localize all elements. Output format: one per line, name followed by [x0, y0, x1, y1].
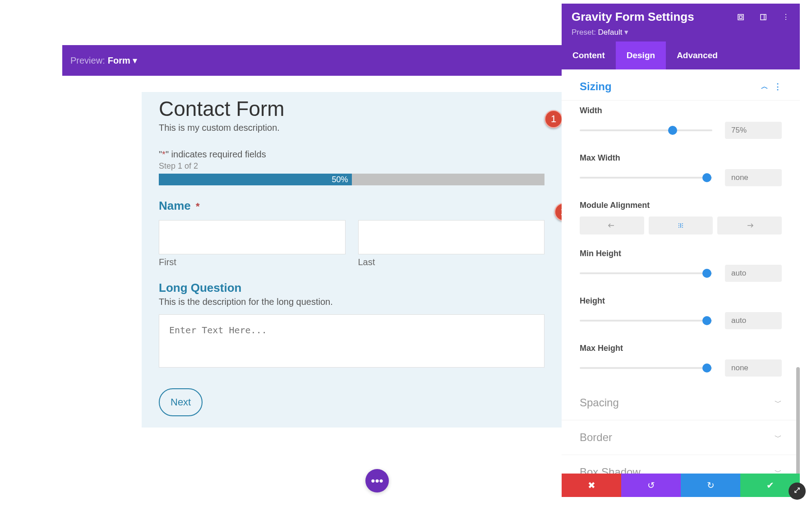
tab-design[interactable]: Design — [616, 41, 666, 69]
min-height-slider[interactable] — [580, 272, 712, 274]
slider-thumb[interactable] — [702, 316, 711, 325]
max-width-value-input[interactable] — [725, 169, 782, 186]
settings-sidebar: Gravity Form Settings ⋮ Preset: Default … — [562, 4, 800, 497]
svg-rect-1 — [739, 16, 742, 18]
resize-fab[interactable] — [789, 483, 806, 500]
resize-icon — [794, 487, 801, 496]
width-value-input[interactable] — [725, 122, 782, 139]
long-question-description: This is the description for the long que… — [159, 297, 544, 307]
slider-thumb[interactable] — [702, 173, 711, 182]
chevron-down-icon: ﹀ — [775, 433, 782, 442]
check-icon: ✔ — [766, 480, 774, 491]
progress-bar: 50% — [159, 174, 544, 185]
max-height-label: Max Height — [580, 344, 782, 353]
close-icon: ✖ — [588, 480, 595, 491]
align-center-button[interactable] — [649, 216, 713, 235]
section-sizing[interactable]: Sizing ︿ ⋮ — [562, 69, 800, 101]
progress-percent: 50% — [332, 175, 348, 184]
form-title: Contact Form — [159, 97, 544, 121]
panel-icon[interactable] — [759, 13, 767, 21]
bottom-actions: ✖ ↺ ↻ ✔ — [562, 474, 800, 497]
preview-label: Preview: — [70, 55, 105, 66]
max-width-slider[interactable] — [580, 177, 712, 179]
svg-rect-2 — [761, 14, 766, 20]
preset-line[interactable]: Preset: Default ▾ — [572, 28, 790, 37]
preview-value[interactable]: Form — [108, 55, 130, 66]
chevron-down-icon: ▾ — [624, 28, 628, 37]
width-label: Width — [580, 106, 782, 115]
svg-rect-0 — [738, 14, 743, 20]
tab-content[interactable]: Content — [562, 41, 616, 69]
form-panel: Contact Form This is my custom descripti… — [142, 92, 562, 428]
cancel-button[interactable]: ✖ — [562, 474, 621, 497]
chevron-down-icon: ﹀ — [775, 398, 782, 408]
more-vertical-icon[interactable]: ⋮ — [782, 13, 790, 21]
tab-advanced[interactable]: Advanced — [666, 41, 729, 69]
section-spacing[interactable]: Spacing ﹀ — [562, 386, 800, 420]
first-name-sublabel: First — [159, 257, 346, 267]
height-label: Height — [580, 296, 782, 306]
width-slider[interactable] — [580, 129, 712, 131]
long-question-input[interactable] — [159, 314, 544, 368]
min-height-label: Min Height — [580, 249, 782, 258]
svg-line-9 — [795, 488, 799, 492]
tabs-row: Content Design Advanced — [562, 41, 800, 69]
max-height-slider[interactable] — [580, 367, 712, 369]
chevron-up-icon: ︿ — [761, 82, 768, 92]
slider-thumb[interactable] — [702, 269, 711, 278]
panel-body: Sizing ︿ ⋮ Width Max Width — [562, 69, 800, 474]
first-name-input[interactable] — [159, 220, 346, 254]
required-asterisk: * — [196, 201, 200, 212]
redo-button[interactable]: ↻ — [681, 474, 740, 497]
required-field-note: "*" indicates required fields — [159, 149, 544, 160]
section-border[interactable]: Border ﹀ — [562, 420, 800, 455]
height-value-input[interactable] — [725, 312, 782, 329]
form-description: This is my custom description. — [159, 123, 544, 133]
chevron-down-icon: ﹀ — [775, 468, 782, 474]
long-question-label: Long Question — [159, 281, 544, 295]
chevron-down-icon[interactable]: ▾ — [133, 55, 137, 66]
expand-icon[interactable] — [737, 13, 745, 21]
module-alignment-label: Module Alignment — [580, 201, 782, 210]
next-button[interactable]: Next — [159, 388, 203, 416]
required-asterisk: * — [162, 149, 166, 159]
slider-thumb[interactable] — [702, 363, 711, 373]
name-field-label: Name * — [159, 199, 544, 213]
sidebar-header: Gravity Form Settings ⋮ Preset: Default … — [562, 4, 800, 41]
scrollbar[interactable] — [796, 367, 800, 474]
sidebar-title: Gravity Form Settings — [572, 10, 694, 24]
align-left-button[interactable] — [580, 216, 644, 235]
more-vertical-icon[interactable]: ⋮ — [774, 82, 782, 92]
redo-icon: ↻ — [707, 480, 715, 491]
min-height-value-input[interactable] — [725, 265, 782, 282]
last-name-sublabel: Last — [358, 257, 545, 267]
height-slider[interactable] — [580, 320, 712, 322]
more-horizontal-icon: ••• — [371, 474, 383, 488]
undo-button[interactable]: ↺ — [621, 474, 681, 497]
section-box-shadow[interactable]: Box Shadow ﹀ — [562, 455, 800, 474]
undo-icon: ↺ — [647, 480, 655, 491]
max-width-label: Max Width — [580, 153, 782, 163]
slider-thumb[interactable] — [668, 126, 677, 135]
fab-more-button[interactable]: ••• — [365, 469, 389, 492]
progress-fill: 50% — [159, 174, 352, 185]
max-height-value-input[interactable] — [725, 359, 782, 377]
preview-bar: Preview: Form ▾ — [62, 45, 562, 76]
callout-badge-1: 1 — [544, 110, 563, 128]
step-indicator: Step 1 of 2 — [159, 161, 544, 171]
last-name-input[interactable] — [358, 220, 545, 254]
align-right-button[interactable] — [717, 216, 782, 235]
